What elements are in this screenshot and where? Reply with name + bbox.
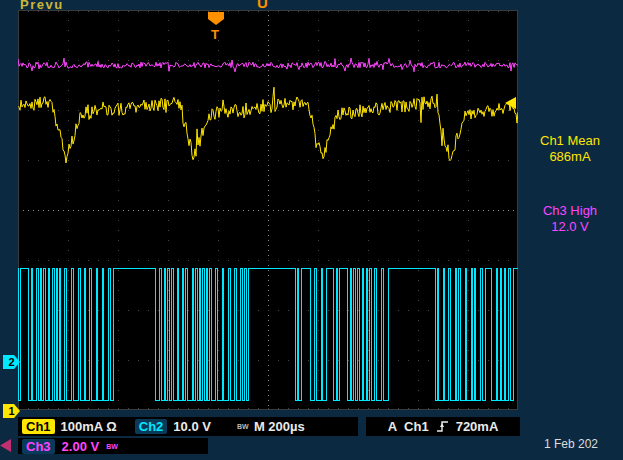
ch2-scale: 10.0 V [173, 419, 211, 434]
trigger-t-label: T [211, 27, 219, 42]
measurement-ch3-high: Ch3 High 12.0 V [520, 203, 620, 235]
ch3-scale: 2.00 V [62, 439, 100, 454]
timebase: M 200µs [254, 419, 305, 434]
waveform-display: T [18, 10, 518, 410]
rising-edge-icon [436, 420, 449, 433]
ch3-offscreen-arrow-icon [0, 439, 11, 452]
graticule: T [18, 10, 518, 410]
measurement-ch1-mean: Ch1 Mean 686mA [520, 133, 620, 165]
ch3-badge: Ch3 [22, 439, 55, 454]
trigger-readout: A Ch1 720mA [366, 417, 520, 436]
trigger-flag-icon [208, 12, 224, 25]
trigger-mode: A [388, 419, 397, 434]
ch1-badge: Ch1 [22, 419, 55, 434]
trigger-source: Ch1 [404, 419, 429, 434]
bandwidth-limit-icon: BW [237, 423, 248, 430]
trigger-position-marker: T [208, 12, 224, 42]
measurement-label: Ch3 High [520, 203, 620, 219]
measurement-label: Ch1 Mean [520, 133, 620, 149]
oscilloscope-screen: Prevu U T 2 1 Ch1 Mean 686mA Ch3 High 12… [0, 0, 623, 460]
ch2-badge: Ch2 [135, 419, 168, 434]
readout-bar: Ch1 100mA Ω Ch2 10.0 V BW M 200µs [18, 417, 358, 436]
ch3-readout-bar: Ch3 2.00 V BW [18, 438, 208, 454]
measurement-value: 12.0 V [520, 219, 620, 235]
date-display: 1 Feb 202 [544, 437, 598, 451]
ch1-scale: 100mA Ω [61, 419, 117, 434]
trigger-level: 720mA [456, 419, 499, 434]
ch3-bandwidth-limit-icon: BW [106, 443, 117, 450]
measurement-value: 686mA [520, 149, 620, 165]
